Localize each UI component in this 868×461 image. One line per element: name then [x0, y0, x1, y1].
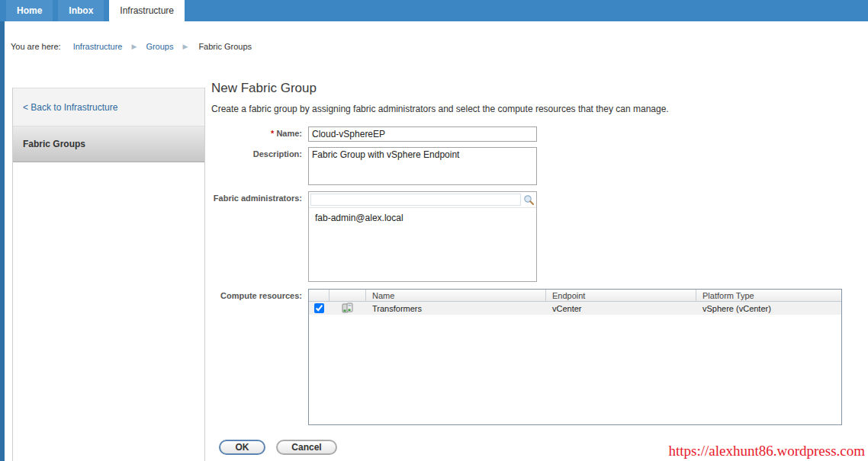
table-header-row: Name Endpoint Platform Type	[309, 290, 841, 302]
fabric-administrators-picker: fab-admin@alex.local	[308, 191, 537, 282]
header-name[interactable]: Name	[366, 290, 546, 301]
breadcrumb-current: Fabric Groups	[198, 42, 252, 51]
page-subtitle: Create a fabric group by assigning fabri…	[211, 104, 669, 114]
breadcrumb: You are here: Infrastructure ▶ Groups ▶ …	[11, 42, 252, 51]
fabric-administrators-label: Fabric administrators:	[211, 194, 302, 203]
watermark-url: https://alexhunt86.wordpress.com	[668, 443, 865, 459]
compute-resources-table: Name Endpoint Platform Type Tr	[308, 289, 842, 425]
table-row[interactable]: Transformers vCenter vSphere (vCenter)	[309, 302, 841, 315]
tab-inbox[interactable]: Inbox	[58, 0, 104, 21]
description-field[interactable]: Fabric Group with vSphere Endpoint	[308, 147, 537, 185]
back-to-infrastructure-link[interactable]: < Back to Infrastructure	[23, 102, 117, 113]
required-asterisk: *	[271, 129, 274, 138]
sidebar: < Back to Infrastructure Fabric Groups	[12, 88, 205, 461]
sidebar-back-section: < Back to Infrastructure	[13, 88, 204, 126]
tab-home[interactable]: Home	[6, 0, 53, 21]
compute-resources-label: Compute resources:	[211, 291, 302, 300]
fabric-admin-search-input[interactable]	[310, 194, 521, 206]
tab-infrastructure[interactable]: Infrastructure	[109, 0, 185, 21]
header-endpoint[interactable]: Endpoint	[546, 290, 696, 301]
row-icon-cell	[330, 302, 366, 315]
ok-button[interactable]: OK	[219, 440, 265, 455]
search-icon[interactable]	[523, 194, 535, 206]
name-label: *Name:	[211, 129, 302, 138]
host-icon	[342, 303, 354, 315]
sidebar-empty-area	[13, 162, 204, 461]
top-navigation-bar: Home Inbox Infrastructure	[0, 0, 868, 21]
cell-name: Transformers	[366, 302, 546, 315]
cell-endpoint: vCenter	[546, 302, 696, 315]
breadcrumb-prefix: You are here:	[11, 42, 61, 51]
page-title: New Fabric Group	[211, 81, 317, 96]
header-platform-type[interactable]: Platform Type	[696, 290, 841, 301]
description-label: Description:	[211, 149, 302, 158]
breadcrumb-link-groups[interactable]: Groups	[146, 42, 173, 51]
cancel-button[interactable]: Cancel	[276, 440, 337, 455]
page: Home Inbox Infrastructure You are here: …	[0, 0, 868, 461]
chevron-right-icon: ▶	[131, 43, 137, 50]
row-checkbox-cell	[309, 302, 330, 315]
cell-platform-type: vSphere (vCenter)	[696, 302, 841, 315]
header-icon-column	[330, 290, 366, 301]
resource-checkbox[interactable]	[314, 303, 324, 313]
fabric-admin-member[interactable]: fab-admin@alex.local	[309, 208, 536, 228]
fabric-admin-search-row	[309, 192, 536, 208]
name-field[interactable]	[308, 126, 537, 142]
chevron-right-icon: ▶	[182, 43, 188, 50]
header-checkbox-column	[309, 290, 330, 301]
breadcrumb-link-infrastructure[interactable]: Infrastructure	[73, 42, 123, 51]
sidebar-item-fabric-groups[interactable]: Fabric Groups	[13, 126, 204, 162]
left-edge-accent	[0, 21, 5, 461]
